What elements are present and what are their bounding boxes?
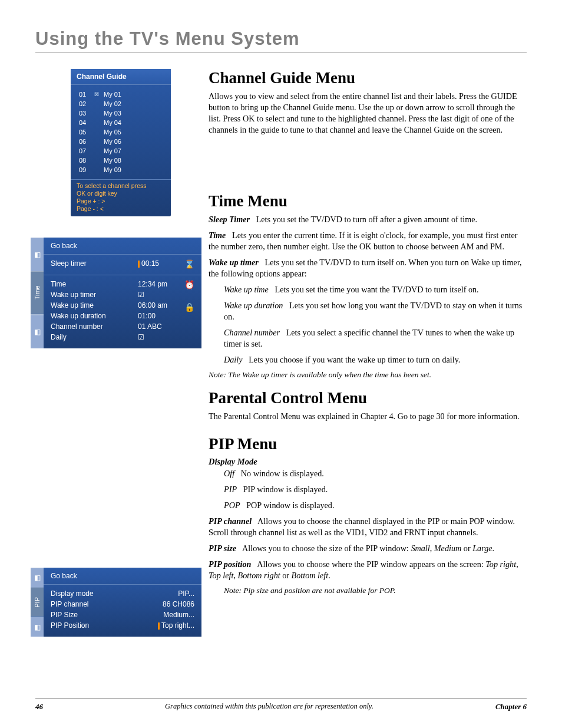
parental-heading: Parental Control Menu <box>209 389 527 407</box>
cg-row: 03My 03 <box>71 108 171 118</box>
time-row-value: 06:00 am <box>138 300 178 311</box>
display-mode-label: Display Mode <box>209 457 527 467</box>
pip-note: Note: Pip size and position are not avai… <box>209 586 527 595</box>
time-row-value: ☑ <box>138 332 178 342</box>
sleep-timer-label: Sleep timer <box>51 258 132 269</box>
time-row-label: Channel number <box>51 321 132 332</box>
cg-row: 01☒My 01 <box>71 90 171 99</box>
time-row-label: Wake up time <box>51 300 132 311</box>
cg-title: Channel Guide <box>71 69 171 85</box>
divider <box>35 52 527 52</box>
cg-row: 05My 05 <box>71 127 171 137</box>
cg-row: 04My 04 <box>71 118 171 127</box>
tab-pip: PIP <box>31 588 44 617</box>
time-row-label: Wake up timer <box>51 289 132 300</box>
off-desc: Off No window is displayed. <box>209 468 527 479</box>
parental-body: The Parental Control Menu was explained … <box>209 411 527 422</box>
daily-desc: Daily Lets you choose if you want the wa… <box>209 354 527 365</box>
cg-row: 08My 08 <box>71 156 171 165</box>
time-row-value: 01:00 <box>138 311 178 321</box>
cg-row: 02My 02 <box>71 99 171 108</box>
go-back: Go back <box>44 238 201 255</box>
tab-icon: ◧ <box>31 238 44 271</box>
time-menu-heading: Time Menu <box>209 192 527 210</box>
wudur-desc: Wake up duration Lets you set how long y… <box>209 300 527 322</box>
clock-icon: ⏰ <box>184 280 194 289</box>
pip-menu-screenshot: ◧ PIP ◧ Go back Display modePIP channelP… <box>31 568 201 637</box>
tab-icon: ◧ <box>31 568 44 588</box>
channel-guide-heading: Channel Guide Menu <box>209 69 527 87</box>
page-footer: 46 Graphics contained within this public… <box>35 698 527 711</box>
footer-caption: Graphics contained within this publicati… <box>165 702 373 711</box>
tab-icon: ◧ <box>31 315 44 348</box>
pip-row-label: Display mode <box>51 588 141 599</box>
cg-hint: To select a channel press OK or digit ke… <box>71 179 171 216</box>
pip-row-label: PIP channel <box>51 599 141 610</box>
sleep-timer-value: 00:15 <box>138 258 178 269</box>
wutime-desc: Wake up time Lets you set the time you w… <box>209 284 527 295</box>
pipch-desc: PIP channel Allows you to choose the cha… <box>209 516 527 538</box>
pip-row-label: PIP Position <box>51 620 141 631</box>
pip-row-value: 86 CH086 <box>147 599 194 610</box>
page-number: 46 <box>35 702 43 711</box>
sleep-timer-desc: Sleep Timer Lets you set the TV/DVD to t… <box>209 214 527 225</box>
pop-desc: POP POP window is displayed. <box>209 500 527 511</box>
tab-icon: ◧ <box>31 617 44 637</box>
chapter-label: Chapter 6 <box>495 702 527 711</box>
time-row-value: ☑ <box>138 289 178 300</box>
pip-row-value: PIP... <box>147 588 194 599</box>
time-menu-screenshot: ◧ Time ◧ Go back Sleep timer 00:15 ⌛ Tim… <box>31 238 201 348</box>
time-row-value: 12:34 pm <box>138 279 178 289</box>
time-row-value: 01 ABC <box>138 321 178 332</box>
pip-row-label: PIP Size <box>51 610 141 620</box>
pip-desc: PIP PIP window is displayed. <box>209 484 527 495</box>
chn-desc: Channel number Lets you select a specifi… <box>209 327 527 350</box>
pip-row-value: Medium... <box>147 610 194 620</box>
channel-guide-screenshot: Channel Guide 01☒My 0102My 0203My 0304My… <box>71 69 171 216</box>
cg-row: 07My 07 <box>71 146 171 156</box>
time-row-label: Daily <box>51 332 132 342</box>
cg-row: 09My 09 <box>71 165 171 174</box>
hourglass-icon: ⌛ <box>184 259 194 269</box>
time-desc: Time Lets you enter the current time. If… <box>209 230 527 252</box>
chapter-title: Using the TV's Menu System <box>35 28 527 50</box>
go-back: Go back <box>44 568 201 585</box>
cg-body: Allows you to view and select from the e… <box>209 91 527 136</box>
lock-icon: 🔒 <box>184 302 194 312</box>
pip-heading: PIP Menu <box>209 435 527 453</box>
pip-row-value: Top right... <box>147 620 194 631</box>
time-row-label: Wake up duration <box>51 311 132 321</box>
tab-time: Time <box>31 271 44 314</box>
cg-row: 06My 06 <box>71 137 171 146</box>
pipsize-desc: PIP size Allows you to choose the size o… <box>209 543 527 554</box>
pippos-desc: PIP position Allows you to choose where … <box>209 559 527 581</box>
time-row-label: Time <box>51 279 132 289</box>
wut-desc: Wake up timer Lets you set the TV/DVD to… <box>209 257 527 279</box>
time-note: Note: The Wake up timer is available onl… <box>209 370 527 380</box>
